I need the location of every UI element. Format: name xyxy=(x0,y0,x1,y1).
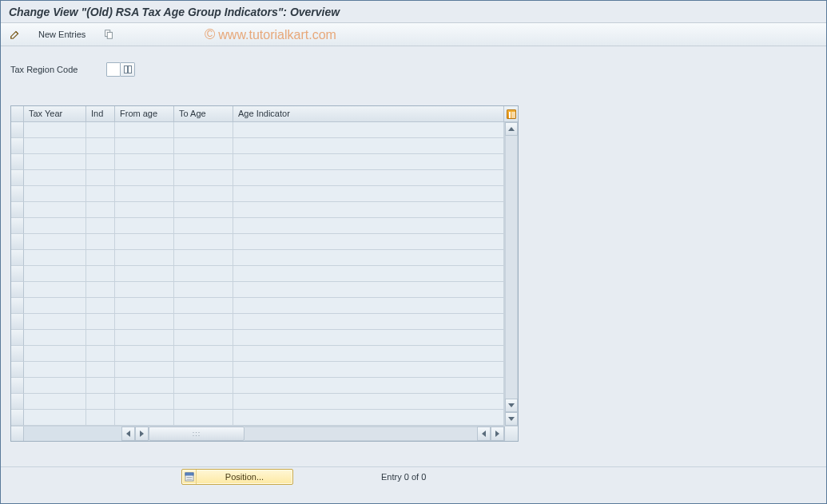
vertical-scrollbar[interactable] xyxy=(504,122,518,426)
cell-to_age[interactable] xyxy=(174,122,233,138)
col-header-ind[interactable]: Ind xyxy=(86,106,115,122)
cell-to_age[interactable] xyxy=(174,266,233,282)
cell-to_age[interactable] xyxy=(174,154,233,170)
cell-to_age[interactable] xyxy=(174,298,233,314)
cell-from_age[interactable] xyxy=(115,314,174,330)
cell-from_age[interactable] xyxy=(115,282,174,298)
scroll-right-step-icon[interactable] xyxy=(135,427,149,441)
cell-age_indicator[interactable] xyxy=(233,330,504,346)
cell-tax_year[interactable] xyxy=(24,186,86,202)
row-selector[interactable] xyxy=(11,362,24,378)
row-selector[interactable] xyxy=(11,266,24,282)
cell-from_age[interactable] xyxy=(115,266,174,282)
cell-ind[interactable] xyxy=(86,170,115,186)
col-header-from-age[interactable]: From age xyxy=(115,106,174,122)
row-selector[interactable] xyxy=(11,250,24,266)
horizontal-scrollbar[interactable]: ::: xyxy=(11,426,518,441)
scroll-down-2-icon[interactable] xyxy=(505,412,518,426)
cell-tax_year[interactable] xyxy=(24,122,86,138)
position-button[interactable]: Position... xyxy=(181,469,293,485)
cell-tax_year[interactable] xyxy=(24,314,86,330)
cell-ind[interactable] xyxy=(86,234,115,250)
cell-ind[interactable] xyxy=(86,122,115,138)
cell-age_indicator[interactable] xyxy=(233,218,504,234)
scroll-left-2-icon[interactable] xyxy=(477,427,491,441)
row-selector[interactable] xyxy=(11,314,24,330)
toggle-change-icon[interactable] xyxy=(6,26,25,42)
new-entries-button[interactable]: New Entries xyxy=(28,26,96,42)
cell-from_age[interactable] xyxy=(115,186,174,202)
cell-from_age[interactable] xyxy=(115,138,174,154)
cell-from_age[interactable] xyxy=(115,378,174,394)
cell-ind[interactable] xyxy=(86,330,115,346)
row-selector[interactable] xyxy=(11,170,24,186)
cell-to_age[interactable] xyxy=(174,218,233,234)
cell-to_age[interactable] xyxy=(174,186,233,202)
row-selector[interactable] xyxy=(11,138,24,154)
cell-ind[interactable] xyxy=(86,218,115,234)
cell-tax_year[interactable] xyxy=(24,154,86,170)
row-selector[interactable] xyxy=(11,122,24,138)
cell-ind[interactable] xyxy=(86,314,115,330)
cell-ind[interactable] xyxy=(86,154,115,170)
cell-tax_year[interactable] xyxy=(24,378,86,394)
cell-ind[interactable] xyxy=(86,138,115,154)
cell-from_age[interactable] xyxy=(115,250,174,266)
cell-from_age[interactable] xyxy=(115,346,174,362)
row-selector[interactable] xyxy=(11,378,24,394)
cell-to_age[interactable] xyxy=(174,202,233,218)
cell-from_age[interactable] xyxy=(115,394,174,410)
cell-age_indicator[interactable] xyxy=(233,122,504,138)
cell-from_age[interactable] xyxy=(115,410,174,426)
cell-tax_year[interactable] xyxy=(24,282,86,298)
cell-tax_year[interactable] xyxy=(24,218,86,234)
cell-age_indicator[interactable] xyxy=(233,362,504,378)
cell-age_indicator[interactable] xyxy=(233,314,504,330)
cell-ind[interactable] xyxy=(86,282,115,298)
cell-ind[interactable] xyxy=(86,362,115,378)
row-selector[interactable] xyxy=(11,330,24,346)
cell-tax_year[interactable] xyxy=(24,298,86,314)
cell-ind[interactable] xyxy=(86,346,115,362)
cell-from_age[interactable] xyxy=(115,122,174,138)
cell-tax_year[interactable] xyxy=(24,266,86,282)
cell-to_age[interactable] xyxy=(174,346,233,362)
cell-to_age[interactable] xyxy=(174,282,233,298)
cell-to_age[interactable] xyxy=(174,234,233,250)
table-settings-icon[interactable] xyxy=(504,106,518,122)
cell-to_age[interactable] xyxy=(174,314,233,330)
cell-ind[interactable] xyxy=(86,410,115,426)
cell-to_age[interactable] xyxy=(174,250,233,266)
cell-from_age[interactable] xyxy=(115,170,174,186)
row-selector[interactable] xyxy=(11,202,24,218)
cell-age_indicator[interactable] xyxy=(233,170,504,186)
cell-age_indicator[interactable] xyxy=(233,378,504,394)
col-header-tax-year[interactable]: Tax Year xyxy=(24,106,86,122)
cell-ind[interactable] xyxy=(86,298,115,314)
cell-ind[interactable] xyxy=(86,394,115,410)
cell-ind[interactable] xyxy=(86,266,115,282)
cell-age_indicator[interactable] xyxy=(233,394,504,410)
search-help-icon[interactable] xyxy=(121,62,135,77)
row-selector[interactable] xyxy=(11,186,24,202)
cell-from_age[interactable] xyxy=(115,154,174,170)
cell-to_age[interactable] xyxy=(174,362,233,378)
cell-to_age[interactable] xyxy=(174,170,233,186)
cell-age_indicator[interactable] xyxy=(233,250,504,266)
cell-age_indicator[interactable] xyxy=(233,234,504,250)
cell-tax_year[interactable] xyxy=(24,202,86,218)
cell-age_indicator[interactable] xyxy=(233,202,504,218)
scroll-down-icon[interactable] xyxy=(505,399,518,412)
cell-tax_year[interactable] xyxy=(24,234,86,250)
row-selector[interactable] xyxy=(11,282,24,298)
row-selector[interactable] xyxy=(11,346,24,362)
cell-ind[interactable] xyxy=(86,378,115,394)
cell-to_age[interactable] xyxy=(174,330,233,346)
scroll-left-icon[interactable] xyxy=(121,427,135,441)
scroll-up-icon[interactable] xyxy=(505,122,518,136)
cell-to_age[interactable] xyxy=(174,138,233,154)
scroll-track-vertical[interactable] xyxy=(505,136,518,399)
cell-age_indicator[interactable] xyxy=(233,186,504,202)
cell-age_indicator[interactable] xyxy=(233,138,504,154)
cell-from_age[interactable] xyxy=(115,362,174,378)
